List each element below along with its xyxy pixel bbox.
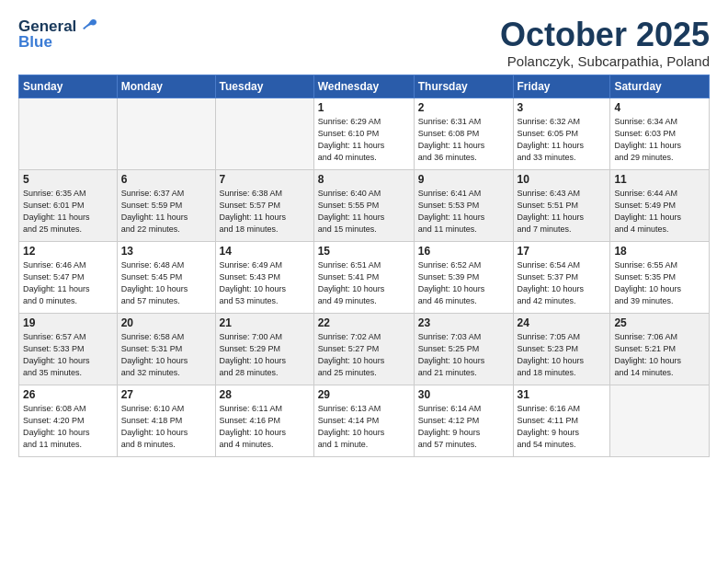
calendar-day-cell: [215, 98, 313, 169]
calendar-day-cell: 15Sunrise: 6:51 AMSunset: 5:41 PMDayligh…: [313, 241, 414, 313]
calendar-week-row: 12Sunrise: 6:46 AMSunset: 5:47 PMDayligh…: [19, 241, 710, 313]
day-number: 23: [418, 316, 509, 329]
day-info: Sunrise: 6:38 AMSunset: 5:57 PMDaylight:…: [220, 188, 310, 236]
day-number: 13: [121, 245, 211, 258]
day-info: Sunrise: 6:55 AMSunset: 5:35 PMDaylight:…: [614, 259, 705, 307]
calendar-day-cell: 8Sunrise: 6:40 AMSunset: 5:55 PMDaylight…: [313, 169, 414, 241]
calendar-day-cell: 11Sunrise: 6:44 AMSunset: 5:49 PMDayligh…: [610, 169, 710, 241]
day-info: Sunrise: 6:40 AMSunset: 5:55 PMDaylight:…: [318, 188, 410, 236]
day-number: 21: [220, 316, 310, 329]
day-info: Sunrise: 6:32 AMSunset: 6:05 PMDaylight:…: [518, 116, 607, 164]
calendar-day-cell: 5Sunrise: 6:35 AMSunset: 6:01 PMDaylight…: [19, 169, 118, 241]
col-friday: Friday: [513, 75, 610, 98]
day-number: 10: [518, 173, 607, 186]
day-number: 3: [518, 101, 607, 114]
day-info: Sunrise: 7:03 AMSunset: 5:25 PMDaylight:…: [418, 331, 509, 379]
calendar-table: Sunday Monday Tuesday Wednesday Thursday…: [18, 75, 710, 457]
calendar-day-cell: 21Sunrise: 7:00 AMSunset: 5:29 PMDayligh…: [215, 313, 313, 385]
calendar-day-cell: [19, 98, 118, 169]
day-number: 26: [23, 388, 113, 401]
day-number: 22: [318, 316, 410, 329]
day-number: 19: [23, 316, 113, 329]
day-info: Sunrise: 6:35 AMSunset: 6:01 PMDaylight:…: [23, 188, 113, 236]
calendar-day-cell: 19Sunrise: 6:57 AMSunset: 5:33 PMDayligh…: [19, 313, 118, 385]
calendar-day-cell: 9Sunrise: 6:41 AMSunset: 5:53 PMDaylight…: [414, 169, 513, 241]
day-info: Sunrise: 6:58 AMSunset: 5:31 PMDaylight:…: [121, 331, 211, 379]
logo-blue: Blue: [18, 33, 52, 52]
day-number: 15: [318, 245, 410, 258]
day-number: 6: [121, 173, 211, 186]
calendar-header-row: Sunday Monday Tuesday Wednesday Thursday…: [19, 75, 710, 98]
day-info: Sunrise: 6:29 AMSunset: 6:10 PMDaylight:…: [318, 116, 410, 164]
day-info: Sunrise: 6:57 AMSunset: 5:33 PMDaylight:…: [23, 331, 113, 379]
day-number: 30: [418, 388, 509, 401]
col-sunday: Sunday: [19, 75, 118, 98]
calendar-day-cell: 26Sunrise: 6:08 AMSunset: 4:20 PMDayligh…: [19, 385, 118, 456]
location-subtitle: Polanczyk, Subcarpathia, Poland: [500, 53, 710, 69]
day-number: 20: [121, 316, 211, 329]
day-number: 5: [23, 173, 113, 186]
day-number: 25: [614, 316, 705, 329]
calendar-day-cell: 18Sunrise: 6:55 AMSunset: 5:35 PMDayligh…: [610, 241, 710, 313]
calendar-day-cell: 17Sunrise: 6:54 AMSunset: 5:37 PMDayligh…: [513, 241, 610, 313]
month-title: October 2025: [500, 17, 710, 53]
col-wednesday: Wednesday: [313, 75, 414, 98]
day-number: 16: [418, 245, 509, 258]
day-number: 28: [220, 388, 310, 401]
calendar-day-cell: 1Sunrise: 6:29 AMSunset: 6:10 PMDaylight…: [313, 98, 414, 169]
day-number: 29: [318, 388, 410, 401]
day-number: 17: [518, 245, 607, 258]
header: General Blue October 2025 Polanczyk, Sub…: [18, 17, 710, 69]
day-info: Sunrise: 6:16 AMSunset: 4:11 PMDaylight:…: [518, 403, 607, 451]
calendar-day-cell: 10Sunrise: 6:43 AMSunset: 5:51 PMDayligh…: [513, 169, 610, 241]
day-number: 2: [418, 101, 509, 114]
title-block: October 2025 Polanczyk, Subcarpathia, Po…: [500, 17, 710, 69]
calendar-day-cell: 30Sunrise: 6:14 AMSunset: 4:12 PMDayligh…: [414, 385, 513, 456]
day-info: Sunrise: 6:31 AMSunset: 6:08 PMDaylight:…: [418, 116, 509, 164]
calendar-day-cell: 24Sunrise: 7:05 AMSunset: 5:23 PMDayligh…: [513, 313, 610, 385]
day-number: 14: [220, 245, 310, 258]
col-tuesday: Tuesday: [215, 75, 313, 98]
day-number: 8: [318, 173, 410, 186]
col-monday: Monday: [117, 75, 215, 98]
day-info: Sunrise: 6:46 AMSunset: 5:47 PMDaylight:…: [23, 259, 113, 307]
day-info: Sunrise: 7:05 AMSunset: 5:23 PMDaylight:…: [518, 331, 607, 379]
page-container: General Blue October 2025 Polanczyk, Sub…: [0, 0, 728, 466]
calendar-day-cell: 22Sunrise: 7:02 AMSunset: 5:27 PMDayligh…: [313, 313, 414, 385]
calendar-day-cell: 3Sunrise: 6:32 AMSunset: 6:05 PMDaylight…: [513, 98, 610, 169]
day-info: Sunrise: 6:52 AMSunset: 5:39 PMDaylight:…: [418, 259, 509, 307]
day-info: Sunrise: 6:34 AMSunset: 6:03 PMDaylight:…: [614, 116, 705, 164]
day-info: Sunrise: 6:49 AMSunset: 5:43 PMDaylight:…: [220, 259, 310, 307]
calendar-day-cell: 20Sunrise: 6:58 AMSunset: 5:31 PMDayligh…: [117, 313, 215, 385]
day-number: 24: [518, 316, 607, 329]
calendar-day-cell: [610, 385, 710, 456]
calendar-day-cell: 14Sunrise: 6:49 AMSunset: 5:43 PMDayligh…: [215, 241, 313, 313]
logo-bird-icon: [78, 17, 98, 37]
day-number: 12: [23, 245, 113, 258]
day-info: Sunrise: 6:51 AMSunset: 5:41 PMDaylight:…: [318, 259, 410, 307]
calendar-day-cell: 6Sunrise: 6:37 AMSunset: 5:59 PMDaylight…: [117, 169, 215, 241]
day-info: Sunrise: 7:02 AMSunset: 5:27 PMDaylight:…: [318, 331, 410, 379]
col-thursday: Thursday: [414, 75, 513, 98]
day-info: Sunrise: 6:10 AMSunset: 4:18 PMDaylight:…: [121, 403, 211, 451]
logo: General Blue: [18, 17, 98, 52]
day-number: 9: [418, 173, 509, 186]
day-number: 7: [220, 173, 310, 186]
calendar-day-cell: 28Sunrise: 6:11 AMSunset: 4:16 PMDayligh…: [215, 385, 313, 456]
calendar-day-cell: 7Sunrise: 6:38 AMSunset: 5:57 PMDaylight…: [215, 169, 313, 241]
col-saturday: Saturday: [610, 75, 710, 98]
calendar-week-row: 26Sunrise: 6:08 AMSunset: 4:20 PMDayligh…: [19, 385, 710, 456]
day-info: Sunrise: 6:48 AMSunset: 5:45 PMDaylight:…: [121, 259, 211, 307]
calendar-day-cell: 16Sunrise: 6:52 AMSunset: 5:39 PMDayligh…: [414, 241, 513, 313]
calendar-week-row: 1Sunrise: 6:29 AMSunset: 6:10 PMDaylight…: [19, 98, 710, 169]
calendar-day-cell: 31Sunrise: 6:16 AMSunset: 4:11 PMDayligh…: [513, 385, 610, 456]
day-info: Sunrise: 6:14 AMSunset: 4:12 PMDaylight:…: [418, 403, 509, 451]
calendar-day-cell: 23Sunrise: 7:03 AMSunset: 5:25 PMDayligh…: [414, 313, 513, 385]
day-info: Sunrise: 6:41 AMSunset: 5:53 PMDaylight:…: [418, 188, 509, 236]
day-info: Sunrise: 6:13 AMSunset: 4:14 PMDaylight:…: [318, 403, 410, 451]
calendar-day-cell: 2Sunrise: 6:31 AMSunset: 6:08 PMDaylight…: [414, 98, 513, 169]
day-number: 4: [614, 101, 705, 114]
day-info: Sunrise: 7:00 AMSunset: 5:29 PMDaylight:…: [220, 331, 310, 379]
day-number: 31: [518, 388, 607, 401]
day-info: Sunrise: 6:43 AMSunset: 5:51 PMDaylight:…: [518, 188, 607, 236]
